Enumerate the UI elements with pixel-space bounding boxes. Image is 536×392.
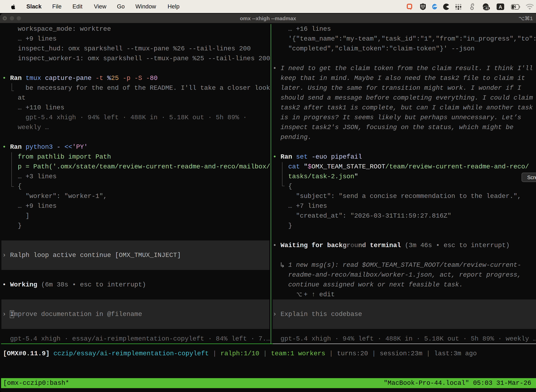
svg-text:A: A bbox=[498, 4, 502, 10]
svg-text:..61: ..61 bbox=[484, 7, 489, 10]
